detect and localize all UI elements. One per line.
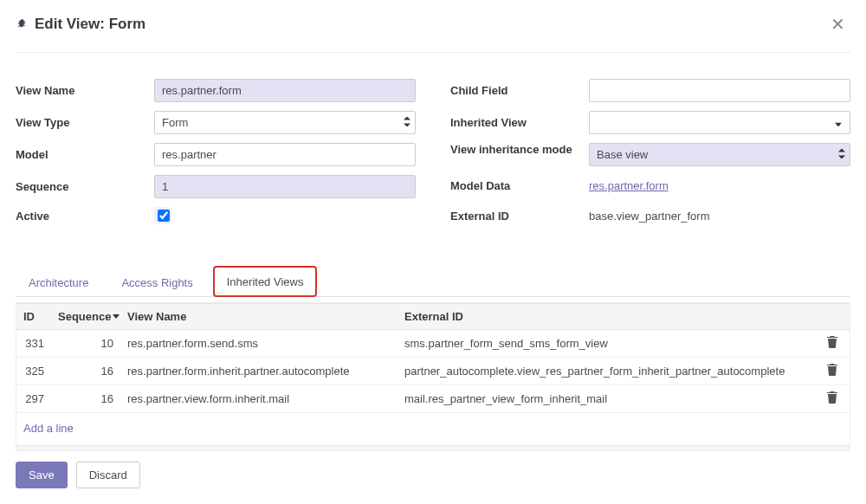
form-left-column: View Name View Type Form Model <box>16 79 416 236</box>
add-line-button[interactable]: Add a line <box>16 413 850 445</box>
cell-name: res.partner.form.send.sms <box>120 337 397 350</box>
cell-seq: 10 <box>51 337 120 350</box>
col-external-id[interactable]: External ID <box>397 310 815 323</box>
scroll-hint <box>16 445 850 450</box>
col-id[interactable]: ID <box>16 310 51 323</box>
form-body: View Name View Type Form Model <box>16 53 850 451</box>
child-field-input[interactable] <box>589 79 850 102</box>
sequence-label: Sequence <box>16 180 154 193</box>
active-label: Active <box>16 210 154 223</box>
cell-id: 297 <box>16 392 51 405</box>
view-name-label: View Name <box>16 84 154 97</box>
model-data-label: Model Data <box>450 179 589 192</box>
col-view-name[interactable]: View Name <box>120 310 397 323</box>
dialog-footer: Save Discard <box>16 462 140 488</box>
external-id-label: External ID <box>450 210 589 223</box>
close-button[interactable]: ✕ <box>825 12 850 36</box>
bug-icon <box>16 18 28 30</box>
inherited-view-label: Inherited View <box>450 116 589 129</box>
table-row[interactable]: 297 16 res.partner.view.form.inherit.mai… <box>16 385 850 413</box>
trash-icon <box>827 364 837 376</box>
tab-access-rights[interactable]: Access Rights <box>108 268 205 296</box>
active-checkbox[interactable] <box>158 210 170 222</box>
inheritance-mode-label: View inheritance mode <box>450 143 589 156</box>
model-label: Model <box>16 148 154 161</box>
cell-name: res.partner.view.form.inherit.mail <box>120 392 397 405</box>
table-row[interactable]: 331 10 res.partner.form.send.sms sms.par… <box>16 330 850 358</box>
discard-button[interactable]: Discard <box>76 462 140 488</box>
sequence-input[interactable] <box>154 175 416 198</box>
cell-ext: mail.res_partner_view_form_inherit_mail <box>397 392 815 405</box>
trash-icon <box>827 336 837 348</box>
inherited-views-table: ID Sequence View Name External ID 331 10… <box>16 302 850 451</box>
cell-ext: sms.partner_form_send_sms_form_view <box>397 337 815 350</box>
external-id-value: base.view_partner_form <box>589 205 850 227</box>
delete-row-button[interactable] <box>815 391 850 406</box>
trash-icon <box>827 391 837 404</box>
close-icon: ✕ <box>830 15 845 34</box>
cell-id: 325 <box>16 365 51 378</box>
model-input[interactable] <box>154 143 416 166</box>
view-type-label: View Type <box>16 116 154 129</box>
cell-id: 331 <box>16 337 51 350</box>
dialog-title: Edit View: Form <box>35 16 145 33</box>
inherited-view-input[interactable] <box>589 111 850 134</box>
sort-desc-icon <box>113 312 120 321</box>
edit-view-dialog: Edit View: Form ✕ View Name View Type Fo… <box>0 0 866 451</box>
cell-ext: partner_autocomplete.view_res_partner_fo… <box>397 365 815 378</box>
col-sequence[interactable]: Sequence <box>51 310 120 323</box>
delete-row-button[interactable] <box>815 364 850 378</box>
view-type-select[interactable]: Form <box>154 111 416 134</box>
inheritance-mode-select[interactable]: Base view <box>589 143 850 166</box>
cell-seq: 16 <box>51 392 120 405</box>
form-right-column: Child Field Inherited View View inherita… <box>450 79 850 236</box>
tab-inherited-views[interactable]: Inherited Views <box>213 266 318 297</box>
model-data-link[interactable]: res.partner.form <box>589 175 850 197</box>
table-header: ID Sequence View Name External ID <box>16 303 850 330</box>
tabs: Architecture Access Rights Inherited Vie… <box>16 265 850 297</box>
table-row[interactable]: 325 16 res.partner.form.inherit.partner.… <box>16 358 850 385</box>
dialog-header: Edit View: Form ✕ <box>16 0 850 53</box>
cell-name: res.partner.form.inherit.partner.autocom… <box>120 365 397 378</box>
active-checkbox-cell <box>154 207 171 224</box>
save-button[interactable]: Save <box>16 462 68 488</box>
tab-architecture[interactable]: Architecture <box>16 268 101 296</box>
cell-seq: 16 <box>51 365 120 378</box>
child-field-label: Child Field <box>450 84 589 97</box>
delete-row-button[interactable] <box>815 336 850 351</box>
view-name-input[interactable] <box>154 79 416 102</box>
col-sequence-label: Sequence <box>58 310 111 323</box>
